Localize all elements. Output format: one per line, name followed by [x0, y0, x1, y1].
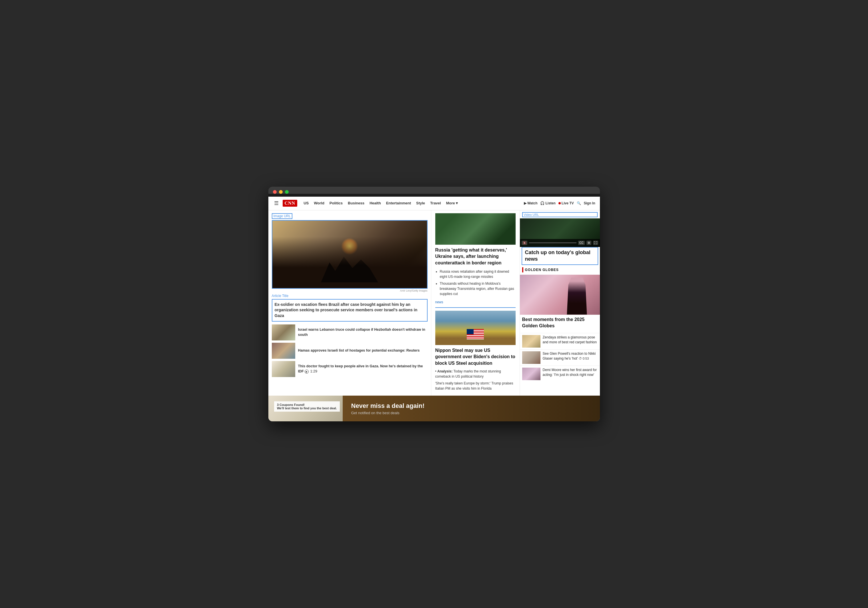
- golden-globes-title[interactable]: Best moments from the 2025 Golden Globes: [520, 315, 600, 331]
- gg-sub-image-3: [522, 368, 541, 380]
- hamburger-icon[interactable]: ☰: [273, 199, 280, 208]
- mid-article-2-image: [435, 311, 516, 345]
- mid-divider: [435, 307, 516, 308]
- watch-button[interactable]: ▶ Watch: [524, 201, 538, 205]
- gg-sub-text-1: Zendaya strikes a glamorous pose and mor…: [543, 335, 598, 347]
- sub-article-2-image: [272, 343, 295, 359]
- browser-chrome: [268, 187, 600, 194]
- cnn-logo[interactable]: CNN: [283, 200, 298, 207]
- dot-green[interactable]: [285, 190, 289, 194]
- gg-sub-text-3: Demi Moore wins her first award for acti…: [543, 368, 598, 380]
- image-url-label: Image URL: [272, 213, 293, 219]
- main-content: Image URL Amir Levy/Getty Images Article…: [268, 210, 600, 396]
- nav: ☰ CNN US World Politics Business Health …: [268, 197, 600, 210]
- nav-link-more[interactable]: More ▾: [444, 200, 460, 207]
- browser-content: ☰ CNN US World Politics Business Health …: [268, 197, 600, 421]
- nav-link-health[interactable]: Health: [367, 200, 383, 207]
- sub-article-1-text: Israel warns Lebanon truce could collaps…: [298, 327, 428, 337]
- photo-credit: Amir Levy/Getty Images: [272, 289, 428, 292]
- video-settings-button[interactable]: ⚙: [586, 241, 591, 245]
- sub-article-3-text: This doctor fought to keep people alive …: [298, 364, 428, 374]
- gg-sub-image-1: [522, 335, 541, 347]
- gg-sub-image-2: [522, 351, 541, 364]
- clock-icon: ▶: [305, 370, 308, 374]
- flag-stripes: [467, 329, 484, 339]
- gg-person-decoration: [563, 278, 591, 315]
- watch-icon: ▶: [524, 201, 527, 205]
- duration-badge: ▶ 1:29: [305, 369, 317, 373]
- golden-globes-image: [520, 275, 600, 315]
- video-controls: 🔇 CC ⚙ ⛶: [520, 239, 600, 247]
- search-icon: 🔍: [577, 201, 581, 205]
- video-progress-bar[interactable]: [529, 242, 577, 243]
- coupon-sub: We'll test them to find you the best dea…: [277, 406, 337, 410]
- coupon-text: 3 Coupons Found!: [277, 403, 337, 406]
- ad-sub: Get notified on the best deals: [351, 411, 591, 415]
- video-mute-button[interactable]: 🔇: [522, 241, 527, 245]
- bottom-ad: 3 Coupons Found! We'll test them to find…: [268, 396, 600, 421]
- nav-link-business[interactable]: Business: [346, 200, 367, 207]
- gg-sub-item-3[interactable]: Demi Moore wins her first award for acti…: [520, 366, 600, 382]
- main-headline[interactable]: Ex-soldier on vacation flees Brazil afte…: [272, 299, 428, 321]
- ad-right: Never miss a deal again! Get notified on…: [343, 396, 600, 421]
- bullet-list-1: Russia vows retaliation after saying it …: [440, 269, 516, 296]
- middle-column: Russia 'getting what it deserves,' Ukrai…: [431, 210, 520, 396]
- analysis-bullet-2: 'She's really taken Europe by storm:' Tr…: [435, 381, 516, 391]
- sub-articles-list: Israel warns Lebanon truce could collaps…: [272, 324, 428, 377]
- right-column: Video URL 🔇 CC ⚙ ⛶ Catch up on today's g…: [520, 210, 600, 396]
- mid-headline-2[interactable]: Nippon Steel may sue US government over …: [435, 347, 516, 366]
- sub-article-1[interactable]: Israel warns Lebanon truce could collaps…: [272, 324, 428, 340]
- listen-icon: 🎧: [540, 201, 544, 205]
- video-fullscreen-button[interactable]: ⛶: [593, 241, 598, 245]
- video-cc-button[interactable]: CC: [578, 241, 584, 245]
- bullet-item-2: Thousands without heating in Moldova's b…: [440, 281, 516, 296]
- article-title-label: Article Title: [272, 294, 428, 298]
- sub-article-3[interactable]: This doctor fought to keep people alive …: [272, 361, 428, 377]
- browser-dots: [273, 190, 595, 194]
- left-column: Image URL Amir Levy/Getty Images Article…: [268, 210, 431, 396]
- nav-link-world[interactable]: World: [312, 200, 327, 207]
- us-flag-overlay: [467, 329, 484, 339]
- mid-article-1-image: [435, 213, 516, 245]
- ad-coupon-box: 3 Coupons Found! We'll test them to find…: [274, 401, 340, 412]
- mid-headline-1[interactable]: Russia 'getting what it deserves,' Ukrai…: [435, 247, 516, 266]
- listen-button[interactable]: 🎧 Listen: [540, 201, 555, 205]
- nav-link-style[interactable]: Style: [414, 200, 427, 207]
- section-bar-icon: [522, 267, 523, 272]
- nav-link-us[interactable]: US: [301, 200, 311, 207]
- nav-link-travel[interactable]: Travel: [428, 200, 443, 207]
- sub-article-3-image: [272, 361, 295, 377]
- gg-sub-text-2: See Glen Powell's reaction to Nikki Glas…: [543, 351, 598, 364]
- section-tag-text: GOLDEN GLOBES: [525, 268, 559, 272]
- catch-up-headline[interactable]: Catch up on today's global news: [522, 247, 598, 265]
- clock-icon-small: ⏱: [579, 357, 582, 360]
- news-link[interactable]: news: [435, 300, 443, 304]
- live-dot-icon: [558, 202, 561, 205]
- nav-links: US World Politics Business Health Entert…: [301, 200, 523, 207]
- dot-red[interactable]: [273, 190, 277, 194]
- gg-duration-badge: ⏱ 0:53: [579, 357, 589, 360]
- section-tag: GOLDEN GLOBES: [520, 267, 600, 272]
- sub-article-2-text: Hamas approves Israeli list of hostages …: [298, 348, 420, 353]
- dot-yellow[interactable]: [279, 190, 283, 194]
- nav-link-entertainment[interactable]: Entertainment: [384, 200, 413, 207]
- live-tv-button[interactable]: Live TV: [558, 201, 574, 205]
- ad-left-image: 3 Coupons Found! We'll test them to find…: [268, 396, 343, 421]
- gg-sub-item-1[interactable]: Zendaya strikes a glamorous pose and mor…: [520, 333, 600, 349]
- bullet-item-1: Russia vows retaliation after saying it …: [440, 269, 516, 279]
- ad-headline: Never miss a deal again!: [351, 402, 591, 409]
- sub-article-1-image: [272, 324, 295, 340]
- nav-right: ▶ Watch 🎧 Listen Live TV 🔍 Sign In: [524, 201, 595, 205]
- flag-canton: [467, 329, 474, 334]
- sub-article-2[interactable]: Hamas approves Israeli list of hostages …: [272, 343, 428, 359]
- main-article-image: [272, 220, 428, 289]
- video-url-label: Video URL: [522, 212, 598, 217]
- browser-window: ☰ CNN US World Politics Business Health …: [268, 187, 600, 421]
- sign-in-button[interactable]: Sign In: [584, 201, 595, 205]
- nav-link-politics[interactable]: Politics: [327, 200, 345, 207]
- analysis-bullet-1: • Analysis: Today marks the most stunnin…: [435, 369, 516, 379]
- gg-sub-item-2[interactable]: See Glen Powell's reaction to Nikki Glas…: [520, 349, 600, 366]
- search-button[interactable]: 🔍: [577, 201, 581, 205]
- video-player: 🔇 CC ⚙ ⛶: [520, 219, 600, 247]
